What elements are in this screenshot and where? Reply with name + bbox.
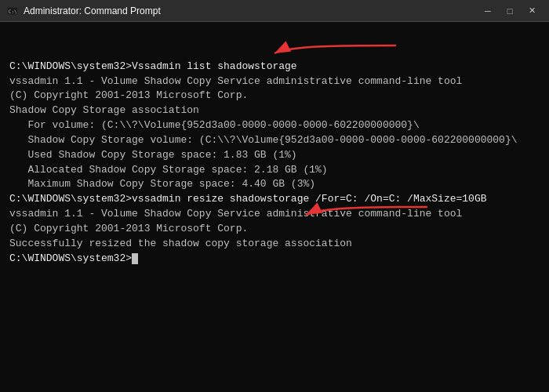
terminal-line: Allocated Shadow Copy Storage space: 2.1… [9,163,540,178]
minimize-button[interactable]: ─ [477,0,499,22]
arrow1-container [267,39,400,71]
terminal-line: (C) Copyright 2001-2013 Microsoft Corp. [9,222,540,237]
maximize-button[interactable]: □ [499,0,521,22]
title-bar: C:\ Administrator: Command Prompt ─ □ ✕ [0,0,549,22]
window-controls: ─ □ ✕ [477,0,543,22]
terminal-window[interactable]: C:\WINDOWS\system32>Vssadmin list shadow… [0,22,549,392]
terminal-line: Maximum Shadow Copy Storage space: 4.40 … [9,177,540,192]
terminal-cursor [132,253,138,264]
arrow2-container [298,201,431,233]
terminal-line: vssadmin 1.1 - Volume Shadow Copy Servic… [9,207,540,222]
terminal-line: For volume: (C:\\?\Volume{952d3a00-0000-… [9,118,540,133]
close-button[interactable]: ✕ [521,0,543,22]
window-title: Administrator: Command Prompt [24,5,472,16]
terminal-line: C:\WINDOWS\system32>vssadmin resize shad… [9,192,540,207]
terminal-line: Successfully resized the shadow copy sto… [9,237,540,252]
terminal-line: vssadmin 1.1 - Volume Shadow Copy Servic… [9,74,540,89]
terminal-line: C:\WINDOWS\system32> [9,252,540,267]
terminal-line: Used Shadow Copy Storage space: 1.83 GB … [9,148,540,163]
terminal-line: Shadow Copy Storage volume: (C:\\?\Volum… [9,133,540,148]
cmd-icon: C:\ [6,5,19,17]
svg-text:C:\: C:\ [9,8,17,13]
terminal-line: (C) Copyright 2001-2013 Microsoft Corp. [9,89,540,103]
terminal-line: Shadow Copy Storage association [9,103,540,118]
